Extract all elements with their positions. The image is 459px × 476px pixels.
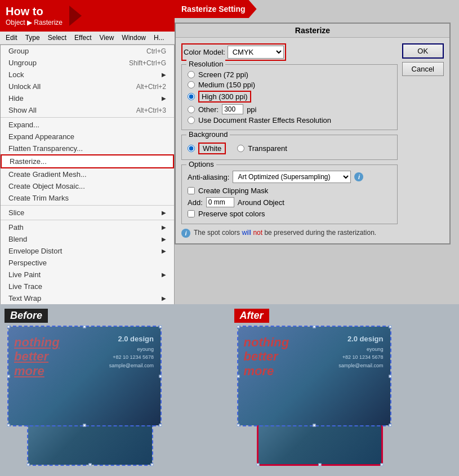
handle-br2 xyxy=(159,424,162,427)
dialog-content: Color Model: CMYK RGB Grayscale Resoluti… xyxy=(176,38,449,243)
menu-item-live-paint[interactable]: Live Paint ▶ xyxy=(1,269,174,281)
options-legend: Options xyxy=(186,160,216,168)
menu-item-perspective[interactable]: Perspective xyxy=(1,257,174,269)
menu-item-show-all[interactable]: Show All Alt+Ctrl+3 xyxy=(1,104,174,116)
handle-tm2 xyxy=(83,326,86,328)
other-radio-row: Other: ppi xyxy=(188,104,391,114)
menu-item-blend[interactable]: Blend ▶ xyxy=(1,233,174,245)
color-model-row: Color Model: CMYK RGB Grayscale xyxy=(181,43,398,61)
how-to-title: How to xyxy=(6,4,63,19)
other-radio[interactable] xyxy=(188,106,195,113)
create-clipping-row: Create Clipping Mask xyxy=(188,186,391,195)
menu-item-group[interactable]: Group Ctrl+G xyxy=(1,45,174,57)
antialias-row: Anti-aliasing: Art Optimized (Supersampl… xyxy=(188,171,391,183)
handle-br3 xyxy=(380,464,383,466)
antialias-info-icon[interactable]: i xyxy=(354,172,363,181)
menu-item-live-trace[interactable]: Live Trace xyxy=(1,281,174,292)
handle-br xyxy=(151,464,154,466)
menu-bar-select[interactable]: Select xyxy=(44,33,70,43)
white-radio-row: White xyxy=(188,143,226,154)
handle-bm2 xyxy=(83,424,86,427)
add-label: Add: xyxy=(188,198,203,207)
preserve-spot-checkbox[interactable] xyxy=(188,210,195,217)
handle-mr4 xyxy=(389,375,391,377)
transparent-label: Transparent xyxy=(248,144,287,153)
menu-divider-1 xyxy=(1,117,174,118)
card-info-before: 2.0 design eyoung +82 10 1234 5678 sampl… xyxy=(109,333,154,370)
menu-item-expand[interactable]: Expand... xyxy=(1,119,174,131)
menu-divider-2 xyxy=(1,205,174,206)
other-label: Other: xyxy=(198,105,219,114)
dialog-left: Color Model: CMYK RGB Grayscale Resoluti… xyxy=(181,43,398,238)
transparent-radio[interactable] xyxy=(237,145,244,152)
logo-line2: better xyxy=(14,349,60,363)
use-doc-radio[interactable] xyxy=(188,117,195,124)
create-clipping-checkbox[interactable] xyxy=(188,187,195,194)
preserve-spot-row: Preserve spot colors xyxy=(188,210,391,218)
handle-bm xyxy=(89,464,92,466)
card-company-after: 2.0 design xyxy=(338,333,383,345)
rasterize-dialog: Rasterize Color Model: CMYK RGB Grayscal… xyxy=(175,23,451,244)
menu-item-unlock-all[interactable]: Unlock All Alt+Ctrl+2 xyxy=(1,81,174,92)
menu-item-hide[interactable]: Hide ▶ xyxy=(1,92,174,104)
handle-tr4 xyxy=(389,326,391,328)
other-ppi-input[interactable] xyxy=(222,104,243,114)
dialog-buttons: OK Cancel xyxy=(402,43,444,238)
menu-item-lock[interactable]: Lock ▶ xyxy=(1,69,174,81)
screen-radio[interactable] xyxy=(188,71,195,78)
menu-item-gradient-mesh[interactable]: Create Gradient Mesh... xyxy=(1,168,174,180)
object-menu: Group Ctrl+G Ungroup Shift+Ctrl+G Lock ▶… xyxy=(0,45,175,343)
white-box: White xyxy=(198,143,226,154)
high-radio[interactable] xyxy=(188,93,195,100)
menu-item-path[interactable]: Path ▶ xyxy=(1,221,174,233)
before-panel: Before nc nothing xyxy=(0,304,230,476)
logo-line1: nothing xyxy=(14,335,60,349)
antialias-select[interactable]: Art Optimized (Supersampling) Type Optim… xyxy=(233,171,351,183)
logo-line1-after: nothing xyxy=(244,335,289,349)
cancel-button[interactable]: Cancel xyxy=(402,62,444,76)
medium-radio[interactable] xyxy=(188,81,195,88)
around-object-label: Around Object xyxy=(238,198,284,207)
screen-radio-row: Screen (72 ppi) xyxy=(188,70,391,79)
menu-item-envelope[interactable]: Envelope Distort ▶ xyxy=(1,245,174,257)
menu-item-slice[interactable]: Slice ▶ xyxy=(1,207,174,219)
logo-line3: more xyxy=(14,364,60,378)
spot-colors-note: i The spot colors will not be preserved … xyxy=(181,229,398,238)
use-doc-radio-row: Use Document Raster Effects Resolution xyxy=(188,116,391,124)
white-label: White xyxy=(203,144,221,153)
handle-bl2 xyxy=(7,424,10,427)
before-card-container: nc nothing better more xyxy=(6,324,214,470)
screen-label: Screen (72 ppi) xyxy=(198,70,248,79)
menu-bar-edit[interactable]: Edit xyxy=(2,33,21,43)
background-legend: Background xyxy=(186,130,230,139)
color-model-select[interactable]: CMYK RGB Grayscale xyxy=(228,46,284,59)
handle-br4 xyxy=(389,424,391,427)
create-clipping-label: Create Clipping Mask xyxy=(198,186,268,195)
white-radio[interactable] xyxy=(188,145,195,152)
menu-item-trim-marks[interactable]: Create Trim Marks xyxy=(1,192,174,204)
business-card-after: nothing better more 2.0 design eyoung +8… xyxy=(238,327,390,425)
add-input[interactable] xyxy=(206,197,234,207)
menu-item-expand-appearance[interactable]: Expand Appearance xyxy=(1,131,174,143)
preserve-spot-label: Preserve spot colors xyxy=(198,210,265,218)
menu-bar-view[interactable]: View xyxy=(96,33,118,43)
menu-item-flatten[interactable]: Flatten Transparency... xyxy=(1,143,174,154)
menu-item-object-mosaic[interactable]: Create Object Mosaic... xyxy=(1,180,174,192)
menu-bar-effect[interactable]: Effect xyxy=(71,33,95,43)
background-section: Background White Transparent xyxy=(181,135,398,160)
menu-bar-window[interactable]: Window xyxy=(118,33,149,43)
menu-divider-3 xyxy=(1,220,174,220)
handle-tl2 xyxy=(7,326,10,328)
high-radio-row: High (300 ppi) xyxy=(188,91,391,103)
note-info-icon: i xyxy=(181,229,190,238)
menu-item-text-wrap[interactable]: Text Wrap ▶ xyxy=(1,292,174,304)
menu-bar-type[interactable]: Type xyxy=(22,33,43,43)
antialias-label: Anti-aliasing: xyxy=(188,173,229,181)
menu-bar-help[interactable]: H... xyxy=(150,33,168,43)
ok-button[interactable]: OK xyxy=(402,43,444,59)
after-panel: After nc nothing xyxy=(230,304,460,476)
menu-item-ungroup[interactable]: Ungroup Shift+Ctrl+G xyxy=(1,57,174,69)
color-model-box: Color Model: CMYK RGB Grayscale xyxy=(181,43,286,61)
rasterize-setting-banner: Rasterize Setting xyxy=(175,0,257,18)
menu-item-rasterize[interactable]: Rasterize... xyxy=(1,154,174,168)
